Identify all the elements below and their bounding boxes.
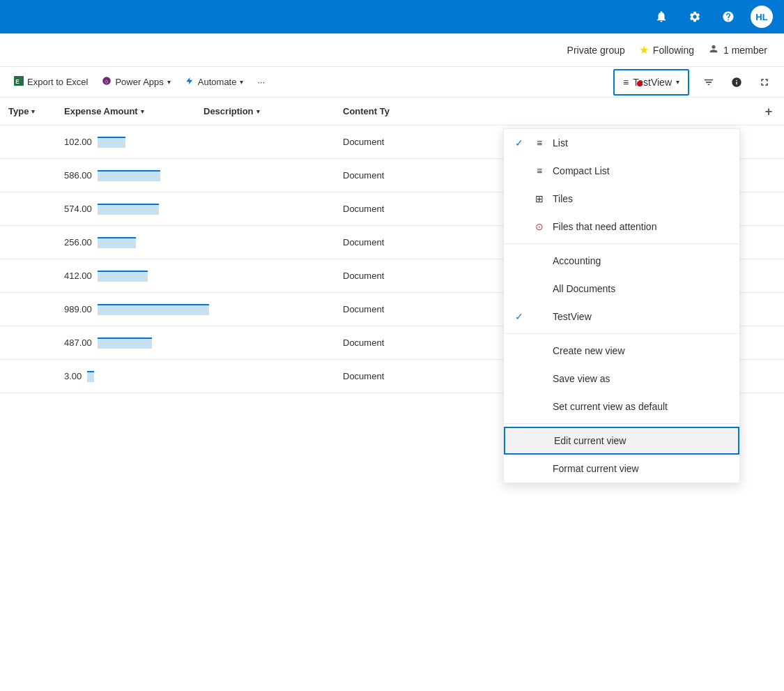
check-icon: ✓ — [515, 311, 526, 322]
person-icon — [708, 43, 719, 56]
automate-button[interactable]: Automate ▾ — [179, 71, 249, 93]
menu-item-all-documents[interactable]: All Documents — [504, 275, 739, 303]
private-group-label: Private group — [567, 45, 625, 56]
amount-bar — [98, 170, 160, 181]
menu-item-label: Set current view as default — [553, 401, 728, 412]
sub-header: Private group ★ Following 1 member — [0, 33, 784, 67]
menu-item-set-default[interactable]: Set current view as default — [504, 393, 739, 420]
menu-item-tiles[interactable]: ⊞ Tiles — [504, 185, 739, 213]
col-type-header: Type ▾ — [0, 106, 56, 116]
menu-view-icon: ⊙ — [533, 221, 546, 232]
amount-value: 102.00 — [64, 137, 92, 147]
menu-item-format-current-view[interactable]: Format current view — [504, 455, 739, 483]
amount-sort-icon: ▾ — [141, 108, 144, 115]
menu-view-icon: ≡ — [533, 165, 546, 176]
menu-item-label: Edit current view — [554, 435, 727, 446]
menu-item-create-new-view[interactable]: Create new view — [504, 337, 739, 365]
amount-value: 256.00 — [64, 237, 92, 248]
amount-bar — [98, 337, 152, 349]
menu-item-label: Compact List — [553, 165, 728, 176]
menu-item-label: TestView — [553, 311, 728, 322]
top-bar: HL — [0, 0, 784, 33]
star-icon: ★ — [639, 43, 649, 56]
menu-item-label: Create new view — [553, 345, 728, 356]
menu-item-label: Files that need attention — [553, 221, 728, 232]
filter-button[interactable] — [698, 71, 720, 93]
menu-item-label: All Documents — [553, 283, 728, 294]
export-excel-label: Export to Excel — [27, 77, 88, 87]
red-dot-indicator — [637, 81, 643, 86]
power-apps-button[interactable]: ◇ Power Apps ▾ — [96, 71, 176, 93]
following-item[interactable]: ★ Following — [639, 43, 694, 56]
private-group-text: Private group — [567, 45, 625, 56]
menu-divider — [504, 423, 739, 424]
amount-cell: 586.00 — [56, 170, 195, 181]
amount-value: 989.00 — [64, 304, 92, 314]
automate-label: Automate — [198, 77, 237, 87]
add-column-button[interactable]: + — [759, 98, 778, 126]
following-text: Following — [653, 45, 694, 56]
amount-bar — [98, 204, 159, 215]
export-excel-button[interactable]: E Export to Excel — [8, 71, 93, 93]
check-icon: ✓ — [515, 137, 526, 149]
table-header: Type ▾ Expense Amount ▾ Description ▾ Co… — [0, 98, 784, 126]
amount-cell: 989.00 — [56, 304, 195, 315]
desc-sort-icon: ▾ — [256, 108, 260, 115]
member-text: 1 member — [723, 45, 767, 56]
menu-item-save-view-as[interactable]: Save view as — [504, 365, 739, 393]
col-content-header: Content Ty + — [335, 106, 784, 116]
menu-divider — [504, 333, 739, 334]
amount-value: 412.00 — [64, 271, 92, 281]
toolbar: E Export to Excel ◇ Power Apps ▾ Automat… — [0, 67, 784, 98]
menu-item-compact-list[interactable]: ≡ Compact List — [504, 157, 739, 185]
excel-icon: E — [14, 76, 24, 88]
expand-button[interactable] — [753, 71, 776, 93]
menu-item-edit-current-view[interactable]: Edit current view — [504, 427, 739, 455]
amount-cell: 487.00 — [56, 337, 195, 349]
amount-value: 3.00 — [64, 371, 82, 381]
amount-value: 574.00 — [64, 204, 92, 214]
menu-item-label: Save view as — [553, 373, 728, 384]
testview-chevron: ▾ — [676, 78, 679, 86]
menu-item-files-attention[interactable]: ⊙ Files that need attention — [504, 213, 739, 241]
main-content: Type ▾ Expense Amount ▾ Description ▾ Co… — [0, 98, 784, 691]
amount-bar — [98, 237, 136, 248]
menu-item-label: Format current view — [553, 463, 728, 474]
automate-icon — [185, 76, 194, 88]
menu-divider — [504, 243, 739, 244]
amount-cell: 102.00 — [56, 137, 195, 148]
menu-view-icon: ⊞ — [533, 193, 546, 204]
amount-cell: 412.00 — [56, 271, 195, 282]
col-desc-header: Description ▾ — [195, 106, 335, 116]
testview-button[interactable]: ≡ TestView ▾ — [613, 69, 689, 96]
amount-bar — [98, 137, 125, 148]
menu-item-label: List — [553, 137, 728, 149]
more-options-label: ··· — [257, 77, 265, 87]
more-options-button[interactable]: ··· — [252, 71, 270, 93]
menu-item-accounting[interactable]: Accounting — [504, 247, 739, 275]
menu-item-label: Accounting — [553, 255, 728, 266]
help-icon[interactable] — [717, 6, 739, 28]
amount-cell: 3.00 — [56, 371, 195, 382]
amount-value: 487.00 — [64, 337, 92, 348]
notification-icon[interactable] — [650, 6, 672, 28]
toolbar-right-actions — [698, 71, 776, 93]
user-avatar[interactable]: HL — [751, 6, 773, 28]
amount-bar — [98, 271, 148, 282]
member-item: 1 member — [708, 43, 767, 56]
view-dropdown-menu: ✓ ≡ List ≡ Compact List ⊞ Tiles ⊙ Files … — [503, 128, 740, 483]
amount-bar — [87, 371, 94, 382]
col-amount-header: Expense Amount ▾ — [56, 106, 195, 116]
info-button[interactable] — [725, 71, 748, 93]
amount-cell: 256.00 — [56, 237, 195, 248]
power-apps-label: Power Apps — [115, 77, 163, 87]
menu-view-icon: ≡ — [533, 137, 546, 149]
menu-item-label: Tiles — [553, 193, 728, 204]
power-apps-chevron: ▾ — [167, 78, 171, 86]
powerapps-icon: ◇ — [102, 76, 112, 88]
menu-item-list[interactable]: ✓ ≡ List — [504, 129, 739, 157]
menu-item-testview[interactable]: ✓ TestView — [504, 303, 739, 331]
amount-bar — [98, 304, 209, 315]
settings-icon[interactable] — [684, 6, 706, 28]
automate-chevron: ▾ — [240, 78, 243, 86]
